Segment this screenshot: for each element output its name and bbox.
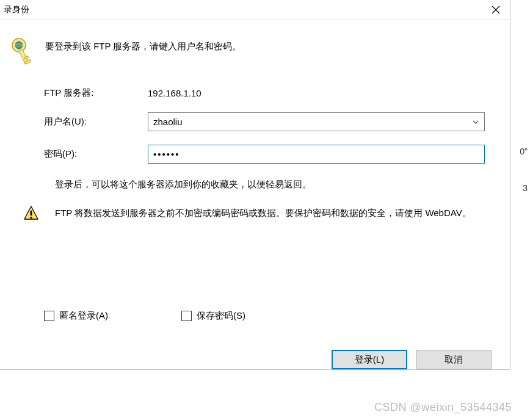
watermark-text: CSDN @weixin_53544345 xyxy=(374,401,512,414)
warning-text: FTP 将数据发送到服务器之前不加密或编码密码或数据。要保护密码和数据的安全，请… xyxy=(55,205,471,221)
warning-icon xyxy=(23,205,39,221)
username-row: 用户名(U): zhaoliu xyxy=(44,112,498,131)
cancel-button-label: 取消 xyxy=(445,354,463,366)
button-row: 登录(L) 取消 xyxy=(332,350,492,369)
close-icon xyxy=(492,5,500,14)
anonymous-checkbox[interactable]: 匿名登录(A) xyxy=(44,310,108,322)
dialog-body: 要登录到该 FTP 服务器，请键入用户名和密码。 FTP 服务器: 192.16… xyxy=(0,20,510,233)
login-button-label: 登录(L) xyxy=(355,354,384,366)
checkbox-row: 匿名登录(A) 保存密码(S) xyxy=(44,310,319,322)
anonymous-label: 匿名登录(A) xyxy=(59,310,108,322)
close-button[interactable] xyxy=(482,1,510,20)
username-label: 用户名(U): xyxy=(44,116,148,128)
svg-rect-8 xyxy=(31,211,32,215)
titlebar: 录身份 xyxy=(0,0,510,20)
username-value: zhaoliu xyxy=(153,117,183,127)
background-fragment: 0" xyxy=(520,147,528,156)
save-password-label: 保存密码(S) xyxy=(197,310,245,322)
server-label: FTP 服务器: xyxy=(44,87,148,99)
dialog-title: 录身份 xyxy=(4,4,29,15)
server-value: 192.168.1.10 xyxy=(148,88,201,98)
form-grid: FTP 服务器: 192.168.1.10 用户名(U): zhaoliu 密码… xyxy=(44,87,498,164)
background-fragment: 3 xyxy=(523,183,528,193)
checkbox-box xyxy=(181,311,192,321)
server-row: FTP 服务器: 192.168.1.10 xyxy=(44,87,498,99)
header-row: 要登录到该 FTP 服务器，请键入用户名和密码。 xyxy=(11,37,498,67)
password-row: 密码(P): xyxy=(44,145,498,164)
warning-row: FTP 将数据发送到服务器之前不加密或编码密码或数据。要保护密码和数据的安全，请… xyxy=(23,205,498,221)
checkbox-box xyxy=(44,311,54,321)
instruction-text: 要登录到该 FTP 服务器，请键入用户名和密码。 xyxy=(45,37,241,52)
save-password-checkbox[interactable]: 保存密码(S) xyxy=(181,310,245,322)
ftp-key-icon xyxy=(11,37,37,67)
password-input[interactable] xyxy=(148,145,485,164)
info-text: 登录后，可以将这个服务器添加到你的收藏夹，以便轻易返回。 xyxy=(55,177,498,192)
chevron-down-icon xyxy=(472,118,479,126)
login-dialog: 录身份 要登录到该 FTP 服务器，请键 xyxy=(0,0,510,370)
cancel-button[interactable]: 取消 xyxy=(416,350,492,369)
login-button[interactable]: 登录(L) xyxy=(332,350,407,369)
password-label: 密码(P): xyxy=(44,148,148,160)
username-combobox[interactable]: zhaoliu xyxy=(148,112,485,131)
svg-rect-9 xyxy=(31,217,32,219)
